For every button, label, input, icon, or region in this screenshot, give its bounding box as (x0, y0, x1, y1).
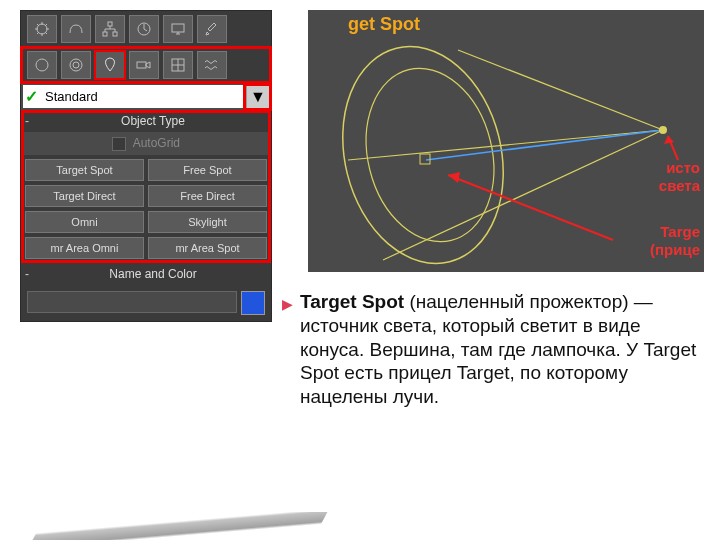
motion-icon[interactable] (129, 15, 159, 43)
name-color-body (21, 285, 271, 321)
display-icon[interactable] (163, 15, 193, 43)
svg-point-7 (70, 59, 82, 71)
collapse-icon[interactable]: - (25, 267, 39, 281)
category-toolbar (21, 11, 271, 47)
svg-point-8 (73, 62, 79, 68)
svg-rect-5 (172, 24, 184, 32)
subcategory-toolbar (21, 47, 271, 83)
decorative-shadow (33, 512, 328, 540)
mr-area-spot-button[interactable]: mr Area Spot (148, 237, 267, 259)
viewport-diagram: get Spot исто света Targe (прице (308, 10, 704, 272)
shapes-sub-icon[interactable] (61, 51, 91, 79)
object-type-header[interactable]: - Object Type (21, 110, 271, 132)
svg-line-16 (426, 130, 663, 160)
svg-rect-2 (103, 32, 107, 36)
geometry-icon[interactable] (27, 51, 57, 79)
svg-rect-1 (108, 22, 112, 26)
svg-point-6 (36, 59, 48, 71)
helpers-icon[interactable] (163, 51, 193, 79)
svg-rect-9 (137, 62, 146, 68)
autogrid-checkbox[interactable] (112, 137, 126, 151)
object-name-input[interactable] (27, 291, 237, 313)
bullet-icon: ▶ (282, 296, 293, 314)
type-button-grid: Target Spot Free Spot Target Direct Free… (21, 155, 271, 263)
svg-line-13 (458, 50, 663, 130)
object-color-swatch[interactable] (241, 291, 265, 315)
svg-marker-20 (448, 172, 460, 183)
target-spot-button[interactable]: Target Spot (25, 159, 144, 181)
annot-target-line1: Targe (660, 224, 700, 241)
svg-rect-3 (113, 32, 117, 36)
svg-point-18 (659, 126, 667, 134)
target-direct-button[interactable]: Target Direct (25, 185, 144, 207)
object-type-section: - Object Type AutoGrid Target Spot Free … (21, 110, 271, 263)
spacewarps-icon[interactable] (197, 51, 227, 79)
shapes-icon[interactable] (61, 15, 91, 43)
autogrid-row[interactable]: AutoGrid (21, 132, 271, 155)
section-title: Object Type (39, 114, 267, 128)
free-spot-button[interactable]: Free Spot (148, 159, 267, 181)
hierarchy-icon[interactable] (95, 15, 125, 43)
description-block: ▶ Target Spot (нацеленный прожектор) — и… (300, 290, 700, 409)
annot-source-line1: исто (666, 160, 700, 177)
viewport-title: get Spot (348, 14, 420, 35)
omni-button[interactable]: Omni (25, 211, 144, 233)
free-direct-button[interactable]: Free Direct (148, 185, 267, 207)
dropdown-arrow-icon[interactable]: ▼ (246, 86, 269, 108)
annot-target-line2: (прице (650, 242, 700, 259)
name-color-header[interactable]: - Name and Color (21, 263, 271, 285)
skylight-button[interactable]: Skylight (148, 211, 267, 233)
cameras-icon[interactable] (129, 51, 159, 79)
section-title: Name and Color (39, 267, 267, 281)
annot-source-line2: света (659, 178, 700, 195)
utilities-icon[interactable] (197, 15, 227, 43)
mr-area-omni-button[interactable]: mr Area Omni (25, 237, 144, 259)
autogrid-label: AutoGrid (133, 136, 180, 150)
svg-line-14 (383, 130, 663, 260)
collapse-icon[interactable]: - (25, 114, 39, 128)
spot-cone-illustration (308, 10, 704, 272)
light-type-dropdown[interactable]: ✓ ▼ (23, 85, 269, 108)
svg-line-15 (348, 130, 663, 160)
systems-icon[interactable] (27, 15, 57, 43)
description-title: Target Spot (300, 291, 404, 312)
dropdown-input[interactable] (41, 85, 246, 108)
lights-icon[interactable] (95, 51, 125, 79)
command-panel: ✓ ▼ - Object Type AutoGrid Target Spot F… (20, 10, 272, 322)
check-icon: ✓ (23, 87, 41, 106)
svg-marker-19 (664, 136, 674, 144)
